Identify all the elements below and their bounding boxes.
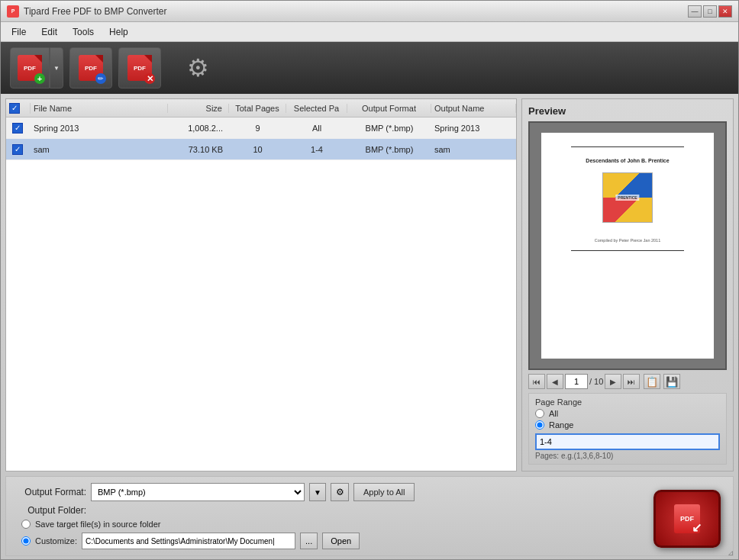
- row-1-selectedpages: All: [286, 124, 347, 133]
- page-range-title: Page Range: [535, 397, 720, 407]
- customize-radio[interactable]: [21, 536, 31, 546]
- row-1-filename: Spring 2013: [31, 124, 168, 133]
- toolbar: PDF + ▼ PDF ✏ PDF ✕ ⚙: [1, 42, 738, 94]
- page-number-input[interactable]: [565, 374, 588, 389]
- table-header: File Name Size Total Pages Selected Pa O…: [6, 99, 516, 117]
- title-bar: P Tipard Free PDF to BMP Converter — □ ✕: [1, 1, 738, 22]
- menu-file[interactable]: File: [4, 24, 34, 40]
- row-1-totalpages: 9: [229, 124, 286, 133]
- col-filename: File Name: [31, 104, 168, 113]
- copy-button[interactable]: 📋: [644, 374, 660, 389]
- minimize-button[interactable]: —: [688, 5, 702, 18]
- file-table: File Name Size Total Pages Selected Pa O…: [5, 98, 517, 471]
- preview-doc-title: Descendants of John B. Prentice: [586, 158, 669, 163]
- row-2-outputformat: BMP (*.bmp): [347, 145, 431, 154]
- page-total: / 10: [589, 377, 603, 386]
- output-format-dropdown-button[interactable]: ▼: [309, 483, 326, 501]
- preview-document: Descendants of John B. Prentice PRENTICE…: [541, 133, 713, 359]
- page-range-range-row: Range: [535, 420, 720, 430]
- row-2-selectedpages: 1-4: [286, 145, 347, 154]
- col-selectedpages: Selected Pa: [286, 104, 347, 113]
- resize-handle[interactable]: ⊿: [728, 549, 737, 558]
- edit-pdf-button[interactable]: PDF ✏: [69, 47, 112, 89]
- menu-help[interactable]: Help: [102, 24, 136, 40]
- preview-crest-text: PRENTICE: [615, 195, 639, 201]
- row-1-checkbox[interactable]: [12, 123, 23, 134]
- row-1-size: 1,008.2...: [168, 124, 229, 133]
- page-range-all-label: All: [549, 409, 558, 418]
- col-outputformat: Output Format: [347, 104, 431, 113]
- customize-label: Customize:: [35, 536, 77, 546]
- col-outputname: Output Name: [431, 104, 516, 113]
- remove-pdf-button[interactable]: PDF ✕: [118, 47, 161, 89]
- nav-next-button[interactable]: ▶: [605, 374, 621, 389]
- range-hint: Pages: e.g.(1,3,6,8-10): [535, 452, 720, 460]
- output-format-select[interactable]: BMP (*.bmp): [91, 483, 305, 501]
- col-size: Size: [168, 104, 229, 113]
- row-1-outputname: Spring 2013: [431, 124, 516, 133]
- preview-image: Descendants of John B. Prentice PRENTICE…: [528, 121, 727, 370]
- open-folder-button[interactable]: Open: [322, 533, 360, 549]
- settings-button[interactable]: ⚙: [176, 47, 219, 89]
- col-totalpages: Total Pages: [229, 104, 286, 113]
- nav-prev-button[interactable]: ◀: [547, 374, 563, 389]
- page-range-range-label: Range: [549, 420, 573, 430]
- select-all-checkbox[interactable]: [9, 103, 20, 114]
- page-range-range-radio[interactable]: [535, 420, 544, 430]
- save-source-radio[interactable]: [21, 520, 31, 529]
- menu-tools[interactable]: Tools: [65, 24, 102, 40]
- row-2-outputname: sam: [431, 145, 516, 154]
- maximize-button[interactable]: □: [703, 5, 717, 18]
- nav-first-button[interactable]: ⏮: [528, 374, 545, 389]
- browse-button[interactable]: ...: [300, 533, 318, 549]
- output-path-input[interactable]: [82, 533, 295, 549]
- window-controls: — □ ✕: [688, 5, 732, 18]
- menu-bar: File Edit Tools Help: [1, 22, 738, 42]
- bottom-controls: PDF ↙ Output Format: BMP (*.bmp) ▼ ⚙ App…: [5, 476, 734, 556]
- add-pdf-dropdown[interactable]: ▼: [50, 47, 63, 89]
- apply-to-all-button[interactable]: Apply to All: [353, 483, 415, 501]
- page-range-all-radio[interactable]: [535, 409, 544, 418]
- menu-edit[interactable]: Edit: [34, 24, 65, 40]
- preview-doc-subtitle: Compiled by Peter Pierce Jan 2011: [595, 238, 661, 243]
- output-folder-label: Output Folder:: [14, 505, 86, 516]
- row-2-filename: sam: [31, 145, 168, 154]
- row-2-checkbox[interactable]: [12, 144, 23, 155]
- convert-button[interactable]: PDF ↙: [653, 490, 721, 548]
- main-content: File Name Size Total Pages Selected Pa O…: [1, 94, 738, 560]
- row-2-size: 73.10 KB: [168, 145, 229, 154]
- preview-panel: Preview Descendants of John B. Prentice …: [521, 98, 734, 471]
- page-range-input[interactable]: [535, 433, 720, 450]
- nav-controls: ⏮ ◀ / 10 ▶ ⏭ 📋 💾: [528, 374, 727, 389]
- save-source-label: Save target file(s) in source folder: [35, 520, 160, 529]
- output-format-settings-button[interactable]: ⚙: [331, 483, 349, 501]
- page-range-section: Page Range All Range Pages: e.g.(1,3,6,8…: [528, 393, 727, 465]
- table-row[interactable]: sam 73.10 KB 10 1-4 BMP (*.bmp) sam: [6, 139, 516, 160]
- nav-last-button[interactable]: ⏭: [623, 374, 640, 389]
- page-range-all-row: All: [535, 409, 720, 418]
- save-button[interactable]: 💾: [663, 374, 680, 389]
- preview-crest: PRENTICE: [602, 172, 653, 223]
- close-button[interactable]: ✕: [718, 5, 732, 18]
- row-1-outputformat: BMP (*.bmp): [347, 124, 431, 133]
- preview-title: Preview: [528, 105, 727, 117]
- row-2-totalpages: 10: [229, 145, 286, 154]
- table-row[interactable]: Spring 2013 1,008.2... 9 All BMP (*.bmp)…: [6, 117, 516, 139]
- app-title: Tipard Free PDF to BMP Converter: [24, 6, 688, 17]
- add-pdf-button[interactable]: PDF +: [10, 47, 50, 89]
- app-icon: P: [7, 5, 19, 18]
- output-format-label: Output Format:: [14, 487, 86, 497]
